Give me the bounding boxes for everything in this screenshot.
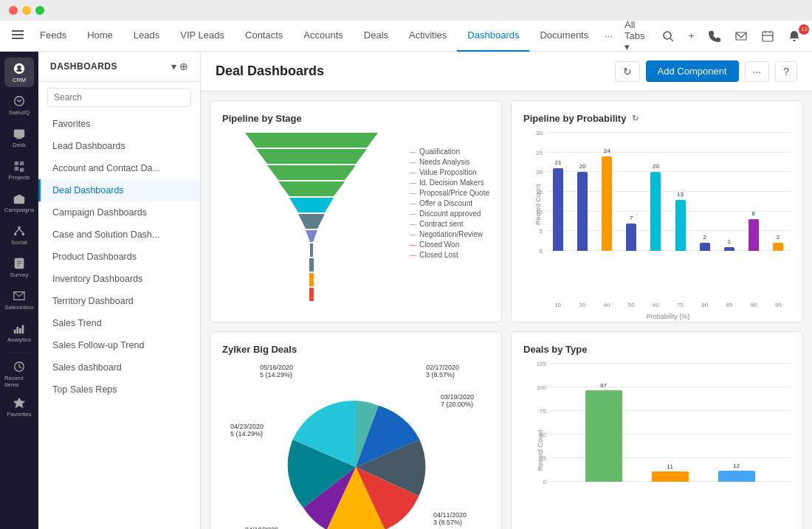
sidebar-item-sales-followup[interactable]: Sales Follow-up Trend [38,334,200,356]
app-body: CRM SalesIQ Desk Projects Campaigns Soci… [0,52,812,529]
sidebar-icon-salesiq[interactable]: SalesIQ [4,90,34,120]
sidebar-icon-analytics[interactable]: Analytics [4,317,34,347]
svg-rect-2 [12,38,24,39]
notification-count: 13 [799,24,809,35]
help-button[interactable]: ? [775,61,797,82]
pie-chart-container: 02/17/20203 (8.57%) 03/19/20207 (20.00%)… [252,364,459,529]
sidebar-item-deal-dashboards[interactable]: Deal Dashboards [38,179,200,201]
add-component-button[interactable]: Add Component [646,60,739,82]
search-button[interactable] [656,27,680,45]
bar-40-orange [602,156,612,251]
nav-tab-home[interactable]: Home [77,21,123,52]
close-button[interactable] [9,6,18,15]
svg-marker-33 [298,214,325,229]
sidebar-item-favorites[interactable]: Favorites [38,113,200,135]
bar-60-teal [650,172,661,251]
sidebar-icon-favorites[interactable]: Favorites [4,392,34,421]
calendar-button[interactable] [756,27,780,45]
sidebar-item-campaign-dashboards[interactable]: Campaign Dashboards [38,201,200,224]
svg-point-15 [22,232,25,235]
legend-qualification: — Qualification [410,148,489,156]
nav-tab-feeds[interactable]: Feeds [30,21,77,52]
nav-tab-contacts[interactable]: Contacts [235,21,293,52]
bar-90-purple [749,219,759,251]
sidebar-dropdown-icon[interactable]: ▾ [171,60,176,72]
svg-point-3 [664,32,671,39]
sidebar-icon-desk[interactable]: Desk [4,122,34,152]
bar-80-blue [700,243,710,251]
mail-button[interactable] [729,27,753,45]
sidebar-item-territory-dashboard[interactable]: Territory Dashboard [38,290,200,312]
svg-marker-28 [245,133,378,148]
nav-tab-vip-leads[interactable]: VIP Leads [170,21,235,52]
legend-proposal: — Proposal/Price Quote [410,189,489,197]
search-input[interactable] [47,88,191,107]
sidebar-icon-projects[interactable]: Projects [4,155,34,184]
hamburger-icon[interactable] [6,23,30,49]
pie-chart-wrapper: 02/17/20203 (8.57%) 03/19/20207 (20.00%)… [222,364,489,529]
bar-group-50: 7 [620,133,642,251]
svg-marker-31 [278,181,345,196]
nav-tab-activities[interactable]: Activities [399,21,457,52]
nav-more-dots[interactable]: ··· [599,30,619,41]
nav-tab-accounts[interactable]: Accounts [293,21,353,52]
svg-point-14 [14,232,17,235]
sidebar-icon-crm[interactable]: CRM [4,58,34,87]
bar-qualified: 97 [585,364,622,482]
funnel-legend: — Qualification — Needs Analysis — Value… [410,133,489,259]
bar-group-85: 1 [718,133,740,251]
x-axis: 10 20 40 50 60 75 80 85 90 95 [546,302,791,308]
plus-button[interactable]: + [683,27,701,44]
bar-10-blue [553,168,563,251]
top-nav: Feeds Home Leads VIP Leads Contacts Acco… [0,21,812,52]
sidebar-item-account-contact[interactable]: Account and Contact Da... [38,157,200,179]
sidebar-icon-campaigns[interactable]: Campaigns [4,187,34,217]
nav-tabs: Feeds Home Leads VIP Leads Contacts Acco… [30,21,619,52]
sidebar-icon-survey[interactable]: Survey [4,252,34,282]
pipeline-by-stage-card: Pipeline by Stage [210,100,502,322]
zylker-big-deals-title: Zylker Big Deals [222,344,489,355]
svg-rect-25 [22,325,24,333]
sidebar-icon-social[interactable]: Social [4,220,34,249]
notifications-button[interactable]: 13 [782,27,806,45]
sidebar-icon-recent-items[interactable]: Recent Items [4,359,34,389]
bar-group-60: 20 [644,133,667,251]
sidebar-item-case-solution[interactable]: Case and Solution Dash... [38,224,200,246]
svg-marker-30 [267,165,356,180]
svg-marker-27 [13,397,25,407]
refresh-probability-icon[interactable]: ↻ [632,114,639,123]
pie-label-0411: 04/11/20203 (8.57%) [433,511,467,526]
svg-rect-22 [14,329,16,333]
zylker-big-deals-card: Zylker Big Deals [210,331,502,529]
sidebar-title: DASHBOARDS [50,61,117,72]
settings-button[interactable] [809,27,812,45]
bar-group-80: 2 [694,133,716,251]
bars-area: 21 20 [546,133,791,251]
phone-button[interactable] [703,27,726,45]
nav-tab-leads[interactable]: Leads [123,21,170,52]
sidebar-item-sales-dashboard[interactable]: Sales dashboard [38,356,200,378]
more-options-button[interactable]: ··· [745,61,770,82]
pie-label-0217: 02/17/20203 (8.57%) [426,364,459,378]
svg-line-16 [16,229,19,232]
maximize-button[interactable] [35,6,44,15]
deals-by-type-container: Record Count 0 25 50 75 100 125 [523,364,791,529]
refresh-button[interactable]: ↻ [615,61,640,82]
sidebar-item-inventory-dashboards[interactable]: Inventory Dashboards [38,268,200,290]
all-tabs-button[interactable]: All Tabs ▾ [619,16,653,55]
sidebar-item-top-sales-reps[interactable]: Top Sales Reps [38,378,200,401]
sidebar-item-lead-dashboards[interactable]: Lead Dashboards [38,135,200,157]
nav-tab-documents[interactable]: Documents [529,21,599,52]
nav-tab-dashboards[interactable]: Dashboards [457,21,529,52]
left-sidebar: DASHBOARDS ▾ ⊕ Favorites Lead Dashboards… [38,52,201,529]
sidebar-add-icon[interactable]: ⊕ [179,60,188,72]
nav-tab-deals[interactable]: Deals [354,21,399,52]
legend-contract-sent: — Contract sent [410,220,489,228]
deals-by-type-card: Deals by Type Record Count 0 25 50 75 10… [511,331,803,529]
minimize-button[interactable] [22,6,31,15]
sidebar-item-product-dashboards[interactable]: Product Dashboards [38,246,200,268]
sidebar-icon-salesinbox[interactable]: SalesInbox [4,285,34,314]
funnel-chart [222,133,401,310]
sidebar-item-sales-trend[interactable]: Sales Trend [38,312,200,334]
svg-rect-23 [16,327,18,333]
